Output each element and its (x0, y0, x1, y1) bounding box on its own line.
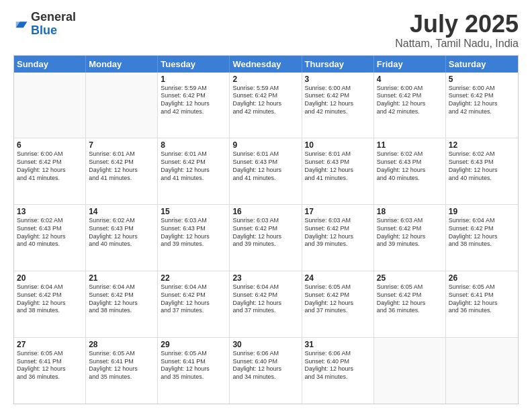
calendar-body: 1Sunrise: 5:59 AMSunset: 6:42 PMDaylight… (14, 73, 518, 404)
daylight-text-1: Daylight: 12 hours (449, 100, 515, 108)
sunset-text: Sunset: 6:42 PM (377, 92, 443, 100)
calendar-cell: 1Sunrise: 5:59 AMSunset: 6:42 PMDaylight… (158, 73, 230, 138)
calendar-cell: 27Sunrise: 6:05 AMSunset: 6:41 PMDayligh… (14, 338, 86, 404)
daylight-text-1: Daylight: 12 hours (161, 233, 226, 241)
daylight-text-2: and 41 minutes. (161, 175, 226, 183)
calendar-cell: 30Sunrise: 6:06 AMSunset: 6:40 PMDayligh… (230, 338, 302, 404)
logo-general-text: General (31, 10, 76, 24)
sunset-text: Sunset: 6:42 PM (232, 225, 298, 233)
main-title: July 2025 (395, 11, 519, 38)
daylight-text-2: and 35 minutes. (89, 373, 154, 381)
sunrise-text: Sunrise: 6:06 AM (305, 350, 371, 358)
calendar-cell: 3Sunrise: 6:00 AMSunset: 6:42 PMDaylight… (302, 73, 374, 138)
calendar-cell: 10Sunrise: 6:01 AMSunset: 6:43 PMDayligh… (302, 138, 374, 204)
calendar-cell: 22Sunrise: 6:04 AMSunset: 6:42 PMDayligh… (158, 271, 230, 337)
daylight-text-1: Daylight: 12 hours (377, 233, 443, 241)
calendar-header-cell: Saturday (446, 56, 518, 73)
sunrise-text: Sunrise: 6:02 AM (377, 150, 443, 158)
day-number: 21 (89, 273, 154, 283)
logo-blue-text: Blue (31, 24, 57, 37)
sunrise-text: Sunrise: 6:02 AM (89, 217, 154, 225)
sunrise-text: Sunrise: 5:59 AM (232, 85, 298, 93)
daylight-text-1: Daylight: 12 hours (161, 365, 226, 373)
calendar-header-cell: Tuesday (158, 56, 230, 73)
day-number: 17 (305, 207, 371, 216)
calendar-cell: 9Sunrise: 6:01 AMSunset: 6:43 PMDaylight… (230, 138, 302, 204)
calendar-cell-empty (86, 73, 158, 138)
calendar-cell: 29Sunrise: 6:05 AMSunset: 6:41 PMDayligh… (158, 338, 230, 404)
sunrise-text: Sunrise: 6:03 AM (377, 217, 443, 225)
calendar-cell: 17Sunrise: 6:03 AMSunset: 6:42 PMDayligh… (302, 205, 374, 271)
sunset-text: Sunset: 6:43 PM (161, 225, 226, 233)
calendar-cell: 25Sunrise: 6:05 AMSunset: 6:42 PMDayligh… (374, 271, 446, 337)
daylight-text-2: and 42 minutes. (232, 108, 298, 116)
day-number: 27 (17, 340, 83, 349)
calendar-cell: 6Sunrise: 6:00 AMSunset: 6:42 PMDaylight… (14, 138, 86, 204)
day-number: 22 (161, 273, 226, 283)
daylight-text-1: Daylight: 12 hours (232, 300, 298, 308)
sunset-text: Sunset: 6:42 PM (449, 225, 515, 233)
sunset-text: Sunset: 6:41 PM (449, 291, 515, 300)
calendar-cell: 7Sunrise: 6:01 AMSunset: 6:42 PMDaylight… (86, 138, 158, 204)
calendar-header-cell: Friday (374, 56, 446, 73)
daylight-text-1: Daylight: 12 hours (305, 233, 371, 241)
sunset-text: Sunset: 6:42 PM (232, 291, 298, 300)
daylight-text-1: Daylight: 12 hours (89, 233, 154, 241)
subtitle: Nattam, Tamil Nadu, India (395, 38, 519, 50)
daylight-text-2: and 38 minutes. (89, 307, 154, 315)
calendar-cell: 18Sunrise: 6:03 AMSunset: 6:42 PMDayligh… (374, 205, 446, 271)
sunrise-text: Sunrise: 6:01 AM (161, 150, 226, 158)
calendar-cell: 19Sunrise: 6:04 AMSunset: 6:42 PMDayligh… (446, 205, 518, 271)
calendar: SundayMondayTuesdayWednesdayThursdayFrid… (13, 55, 519, 404)
daylight-text-1: Daylight: 12 hours (232, 100, 298, 108)
daylight-text-1: Daylight: 12 hours (449, 167, 515, 175)
sunrise-text: Sunrise: 6:05 AM (17, 350, 83, 358)
daylight-text-1: Daylight: 12 hours (305, 167, 371, 175)
day-number: 13 (17, 207, 83, 216)
title-block: July 2025 Nattam, Tamil Nadu, India (395, 11, 519, 50)
calendar-header-cell: Wednesday (230, 56, 302, 73)
daylight-text-2: and 36 minutes. (377, 307, 443, 315)
sunrise-text: Sunrise: 6:04 AM (232, 283, 298, 291)
sunset-text: Sunset: 6:42 PM (232, 92, 298, 100)
calendar-week: 6Sunrise: 6:00 AMSunset: 6:42 PMDaylight… (14, 138, 518, 205)
daylight-text-1: Daylight: 12 hours (377, 300, 443, 308)
daylight-text-2: and 37 minutes. (161, 307, 226, 315)
calendar-cell: 26Sunrise: 6:05 AMSunset: 6:41 PMDayligh… (446, 271, 518, 337)
day-number: 30 (232, 340, 298, 349)
day-number: 24 (305, 273, 371, 283)
sunset-text: Sunset: 6:42 PM (305, 225, 371, 233)
daylight-text-2: and 37 minutes. (305, 307, 371, 315)
sunset-text: Sunset: 6:42 PM (161, 158, 226, 167)
day-number: 3 (305, 75, 371, 84)
day-number: 9 (232, 140, 298, 150)
calendar-cell: 20Sunrise: 6:04 AMSunset: 6:42 PMDayligh… (14, 271, 86, 337)
logo: General Blue (13, 11, 76, 38)
daylight-text-2: and 40 minutes. (89, 240, 154, 248)
sunset-text: Sunset: 6:41 PM (161, 358, 226, 366)
day-number: 12 (449, 140, 515, 150)
calendar-header-cell: Sunday (14, 56, 86, 73)
daylight-text-2: and 40 minutes. (377, 175, 443, 183)
calendar-cell: 15Sunrise: 6:03 AMSunset: 6:43 PMDayligh… (158, 205, 230, 271)
calendar-week: 13Sunrise: 6:02 AMSunset: 6:43 PMDayligh… (14, 205, 518, 271)
sunset-text: Sunset: 6:43 PM (232, 158, 298, 167)
day-number: 23 (232, 273, 298, 283)
day-number: 14 (89, 207, 154, 216)
daylight-text-1: Daylight: 12 hours (305, 365, 371, 373)
daylight-text-2: and 39 minutes. (161, 240, 226, 248)
day-number: 4 (377, 75, 443, 84)
sunrise-text: Sunrise: 6:00 AM (305, 85, 371, 93)
sunrise-text: Sunrise: 6:01 AM (232, 150, 298, 158)
daylight-text-1: Daylight: 12 hours (377, 167, 443, 175)
day-number: 18 (377, 207, 443, 216)
daylight-text-1: Daylight: 12 hours (89, 167, 154, 175)
daylight-text-1: Daylight: 12 hours (161, 167, 226, 175)
sunset-text: Sunset: 6:42 PM (377, 291, 443, 300)
calendar-cell-empty (446, 338, 518, 404)
daylight-text-2: and 39 minutes. (232, 240, 298, 248)
sunrise-text: Sunrise: 6:04 AM (17, 283, 83, 291)
calendar-cell: 5Sunrise: 6:00 AMSunset: 6:42 PMDaylight… (446, 73, 518, 138)
calendar-week: 20Sunrise: 6:04 AMSunset: 6:42 PMDayligh… (14, 271, 518, 338)
daylight-text-1: Daylight: 12 hours (89, 365, 154, 373)
